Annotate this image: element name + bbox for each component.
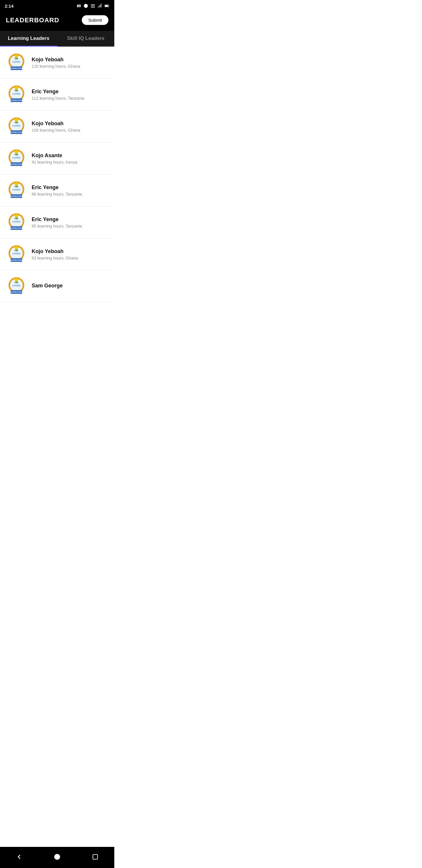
tab-learning-leaders[interactable]: Learning Leaders — [0, 31, 57, 46]
svg-text:LEARNING BADGE: LEARNING BADGE — [10, 100, 22, 101]
leader-detail: 109 learning hours, Ghana — [32, 128, 108, 132]
leader-detail: 91 learning hours, Kenya — [32, 160, 108, 164]
header: LEADERBOARD Submit — [0, 12, 114, 31]
leader-info: Kojo Yeboah83 learning hours, Ghana — [32, 248, 108, 260]
svg-text:LEARNER: LEARNER — [12, 157, 20, 159]
svg-text:LEARNER: LEARNER — [12, 253, 20, 254]
leader-name: Kojo Yeboah — [32, 248, 108, 254]
svg-text:LEARNER: LEARNER — [12, 189, 20, 191]
learner-badge: LEARNING BADGE TOP LEARNER — [6, 116, 27, 137]
tabs-container: Learning Leaders Skill IQ Leaders — [0, 31, 114, 46]
header-title: LEADERBOARD — [6, 17, 59, 24]
leader-info: Eric Yenge86 learning hours, Tanzania — [32, 184, 108, 196]
leader-info: Eric Yenge85 learning hours, Tanzania — [32, 216, 108, 228]
svg-rect-1 — [91, 4, 95, 5]
leader-name: Kojo Yeboah — [32, 57, 108, 63]
status-time: 2:14 — [5, 3, 13, 8]
svg-text:LEARNING BADGE: LEARNING BADGE — [10, 259, 22, 261]
status-icons — [76, 3, 109, 8]
home-button[interactable] — [51, 850, 64, 863]
learner-badge: LEARNING BADGE TOP LEARNER — [6, 276, 27, 297]
leader-name: Eric Yenge — [32, 89, 108, 95]
leader-info: Sam George — [32, 283, 108, 290]
leader-name: Eric Yenge — [32, 216, 108, 223]
signal-icon — [97, 3, 103, 8]
list-item[interactable]: LEARNING BADGE TOP LEARNER Eric Yenge112… — [0, 79, 114, 111]
leader-name: Sam George — [32, 283, 108, 289]
status-bar: 2:14 — [0, 0, 114, 12]
leader-info: Kojo Yeboah120 learning hours, Ghana — [32, 57, 108, 69]
svg-text:LEARNING BADGE: LEARNING BADGE — [10, 132, 22, 133]
svg-text:LEARNER: LEARNER — [12, 285, 20, 286]
svg-text:LEARNING BADGE: LEARNING BADGE — [10, 227, 22, 229]
square-icon — [92, 853, 99, 860]
svg-text:LEARNER: LEARNER — [12, 93, 20, 95]
leader-detail: 112 learning hours, Tanzania — [32, 96, 108, 101]
bottom-nav — [0, 847, 114, 868]
svg-text:LEARNING BADGE: LEARNING BADGE — [10, 195, 22, 197]
menu-icon — [90, 3, 96, 8]
leader-detail: 85 learning hours, Tanzania — [32, 224, 108, 228]
svg-text:LEARNING BADGE: LEARNING BADGE — [10, 291, 22, 293]
list-item[interactable]: LEARNING BADGE TOP LEARNER Kojo Yeboah10… — [0, 111, 114, 143]
svg-rect-64 — [93, 855, 98, 859]
battery-icon — [104, 3, 109, 8]
list-item[interactable]: LEARNING BADGE TOP LEARNER Sam George — [0, 270, 114, 302]
list-item[interactable]: LEARNING BADGE TOP LEARNER Kojo Yeboah83… — [0, 239, 114, 270]
list-item[interactable]: LEARNING BADGE TOP LEARNER Eric Yenge85 … — [0, 207, 114, 239]
list-item[interactable]: LEARNING BADGE TOP LEARNER Eric Yenge86 … — [0, 175, 114, 207]
circle-icon — [83, 3, 89, 8]
learner-badge: LEARNING BADGE TOP LEARNER — [6, 84, 27, 105]
learner-badge: LEARNING BADGE TOP LEARNER — [6, 212, 27, 233]
learner-badge: LEARNING BADGE TOP LEARNER — [6, 148, 27, 169]
svg-point-63 — [54, 854, 60, 860]
list-item[interactable]: LEARNING BADGE TOP LEARNER Kojo Asante91… — [0, 143, 114, 175]
notification-icon — [76, 3, 82, 8]
leader-info: Eric Yenge112 learning hours, Tanzania — [32, 89, 108, 101]
leader-name: Kojo Yeboah — [32, 121, 108, 127]
learner-badge: LEARNING BADGE TOP LEARNER — [6, 244, 27, 265]
tab-skill-iq-leaders[interactable]: Skill IQ Leaders — [57, 31, 114, 46]
back-icon — [15, 853, 23, 860]
svg-rect-2 — [91, 6, 95, 6]
learner-badge: LEARNING BADGE TOP LEARNER — [6, 180, 27, 201]
svg-rect-3 — [91, 7, 95, 8]
back-button[interactable] — [12, 850, 26, 863]
svg-text:LEARNER: LEARNER — [12, 61, 20, 63]
svg-text:LEARNING BADGE: LEARNING BADGE — [10, 164, 22, 165]
leader-name: Kojo Asante — [32, 153, 108, 159]
leader-name: Eric Yenge — [32, 184, 108, 191]
leader-info: Kojo Asante91 learning hours, Kenya — [32, 153, 108, 164]
learner-badge: LEARNING BADGE TOP LEARNER — [6, 52, 27, 73]
svg-point-0 — [84, 4, 88, 8]
list-item[interactable]: LEARNING BADGE TOP LEARNER Kojo Yeboah12… — [0, 46, 114, 79]
leader-info: Kojo Yeboah109 learning hours, Ghana — [32, 121, 108, 132]
leaders-list: LEARNING BADGE TOP LEARNER Kojo Yeboah12… — [0, 46, 114, 302]
square-button[interactable] — [89, 850, 102, 863]
home-icon — [54, 853, 61, 860]
leader-detail: 83 learning hours, Ghana — [32, 256, 108, 260]
submit-button[interactable]: Submit — [82, 15, 108, 25]
leader-detail: 86 learning hours, Tanzania — [32, 192, 108, 196]
svg-text:LEARNER: LEARNER — [12, 125, 20, 127]
svg-text:LEARNER: LEARNER — [12, 221, 20, 223]
svg-rect-5 — [109, 6, 109, 6]
leader-detail: 120 learning hours, Ghana — [32, 64, 108, 69]
svg-text:LEARNING BADGE: LEARNING BADGE — [10, 68, 22, 69]
svg-rect-6 — [105, 5, 108, 6]
